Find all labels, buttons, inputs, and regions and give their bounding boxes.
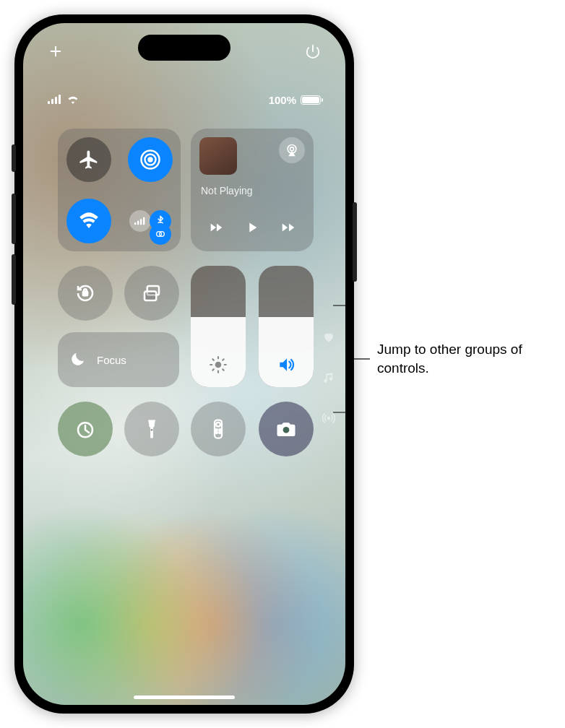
- iphone-frame: 100%: [14, 14, 354, 714]
- wifi-status-icon: [66, 94, 79, 106]
- status-bar: 100%: [23, 94, 345, 106]
- svg-point-27: [283, 427, 290, 433]
- screen: 100%: [23, 23, 345, 705]
- media-tile[interactable]: Not Playing: [191, 129, 314, 251]
- svg-rect-10: [143, 217, 145, 224]
- airdrop-toggle[interactable]: [128, 137, 173, 182]
- battery-icon: [301, 95, 321, 105]
- apple-tv-remote-button[interactable]: [191, 402, 246, 456]
- svg-rect-17: [145, 292, 156, 301]
- personal-hotspot-toggle[interactable]: [150, 223, 171, 245]
- page-dot-connectivity[interactable]: [322, 412, 335, 428]
- svg-point-4: [148, 157, 152, 161]
- power-button[interactable]: [305, 43, 321, 62]
- svg-point-28: [328, 417, 330, 420]
- connectivity-tile[interactable]: [58, 129, 181, 251]
- moon-icon: [69, 350, 87, 370]
- battery-percentage: 100%: [269, 94, 296, 106]
- svg-rect-0: [48, 101, 50, 104]
- airplay-button[interactable]: [279, 137, 305, 163]
- volume-down-button: [12, 254, 16, 305]
- action-button: [12, 144, 16, 172]
- callout-text: Jump to other groups of controls.: [377, 340, 565, 377]
- sun-icon: [209, 355, 228, 377]
- flashlight-button[interactable]: [124, 402, 179, 456]
- svg-point-18: [215, 362, 222, 368]
- focus-label: Focus: [97, 354, 126, 366]
- svg-rect-2: [55, 97, 57, 104]
- cellular-signal-icon: [48, 94, 62, 106]
- add-control-button[interactable]: [48, 43, 64, 62]
- svg-point-24: [219, 429, 220, 430]
- dynamic-island: [138, 35, 230, 61]
- wifi-toggle[interactable]: [66, 199, 111, 243]
- volume-up-button: [12, 194, 16, 244]
- svg-point-23: [216, 429, 217, 430]
- svg-point-20: [151, 429, 153, 431]
- camera-button[interactable]: [259, 402, 314, 456]
- cellular-data-toggle[interactable]: [129, 210, 151, 232]
- previous-track-button[interactable]: [208, 220, 224, 238]
- now-playing-label: Not Playing: [201, 185, 253, 196]
- focus-button[interactable]: Focus: [58, 332, 179, 387]
- airplane-mode-toggle[interactable]: [66, 137, 111, 182]
- side-button: [353, 202, 357, 282]
- svg-point-22: [216, 422, 220, 427]
- play-button[interactable]: [244, 220, 260, 238]
- svg-rect-8: [137, 220, 139, 225]
- cellular-bluetooth-cluster[interactable]: [128, 199, 173, 243]
- brightness-slider[interactable]: [191, 266, 246, 387]
- svg-rect-15: [83, 292, 87, 296]
- svg-point-14: [290, 147, 294, 151]
- svg-rect-1: [51, 99, 53, 104]
- speaker-icon: [277, 355, 296, 377]
- svg-point-26: [219, 432, 220, 433]
- callout-annotation: Jump to other groups of controls.: [332, 305, 565, 413]
- svg-rect-3: [59, 95, 61, 104]
- svg-rect-7: [134, 222, 136, 225]
- svg-rect-9: [140, 219, 142, 225]
- home-indicator[interactable]: [23, 696, 345, 699]
- screen-mirroring-button[interactable]: [124, 266, 179, 321]
- orientation-lock-toggle[interactable]: [58, 266, 113, 321]
- svg-point-25: [216, 432, 217, 433]
- album-art-placeholder: [199, 137, 237, 175]
- volume-slider[interactable]: [259, 266, 314, 387]
- next-track-button[interactable]: [280, 220, 296, 238]
- timer-button[interactable]: [58, 402, 113, 456]
